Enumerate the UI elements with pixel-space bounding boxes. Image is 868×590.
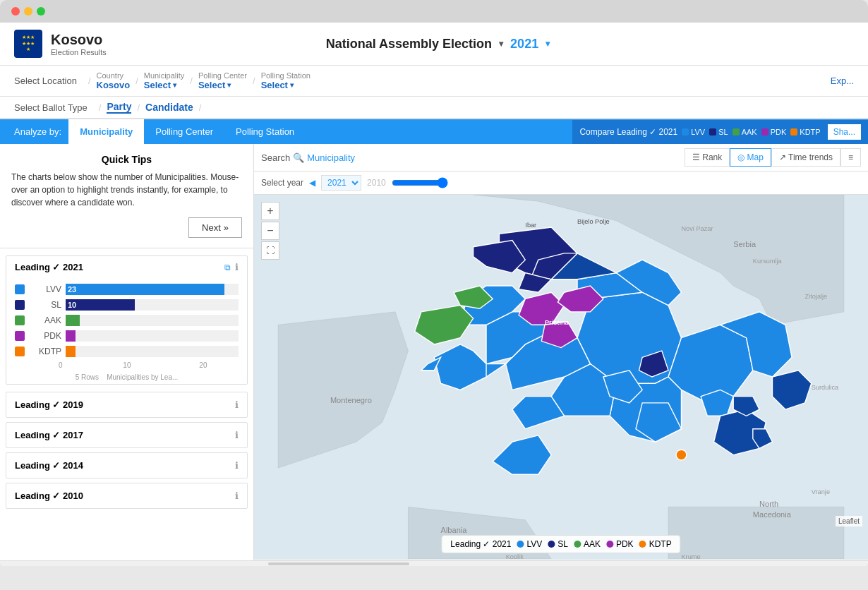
leading-2017-section[interactable]: Leading ✓ 2017 ℹ xyxy=(6,422,248,448)
chart-body-2021: LVV 23 SL 10 xyxy=(6,278,247,372)
polling-station-value[interactable]: Select ▾ xyxy=(261,80,311,90)
info-icon-2010[interactable]: ℹ xyxy=(235,490,239,501)
quick-tips-section: Quick Tips The charts below show the num… xyxy=(0,144,253,248)
chart-footer: 5 Rows Municipalities by Lea... xyxy=(6,372,247,384)
legend-title: Leading ✓ 2021 xyxy=(450,539,511,549)
chart-info-icon[interactable]: ℹ xyxy=(235,262,239,272)
polling-center-selector: Polling Center Select ▾ xyxy=(198,71,247,90)
country-name: Kosovo xyxy=(51,32,107,48)
ballot-candidate[interactable]: Candidate xyxy=(145,102,193,113)
year-prev-arrow[interactable]: ◀ xyxy=(309,178,315,188)
map-view-btn[interactable]: ◎ Map xyxy=(730,148,771,167)
compare-label: Compare Leading ✓ 2021 xyxy=(579,127,677,137)
loc-sep-3: / xyxy=(253,76,255,86)
svg-text:Zitojalje: Zitojalje xyxy=(805,293,828,300)
info-icon-2017[interactable]: ℹ xyxy=(235,430,239,440)
leading-2019-header[interactable]: Leading ✓ 2019 ℹ xyxy=(6,392,247,417)
analyze-label: Analyze by: xyxy=(14,119,61,144)
select-location-label: Select Location xyxy=(14,76,77,86)
ballot-sep-2: / xyxy=(137,102,140,113)
party-sl: SL xyxy=(709,128,728,136)
legend-pdk: PDK xyxy=(606,539,634,549)
pdk-bar xyxy=(66,330,76,342)
legend-kdtp: KDTP xyxy=(639,539,672,549)
search-input[interactable] xyxy=(307,152,392,163)
svg-text:Kursumlja: Kursumlja xyxy=(753,258,783,265)
party-lvv: LVV xyxy=(682,128,705,136)
polling-center-label: Polling Center xyxy=(198,71,247,80)
kdtp-track xyxy=(66,346,239,357)
municipality-value[interactable]: Select ▾ xyxy=(144,80,184,90)
tab-polling-center[interactable]: Polling Center xyxy=(144,119,224,144)
lvv-track: 23 xyxy=(66,284,239,295)
bar-aak: AAK xyxy=(15,315,239,326)
rank-view-btn[interactable]: ☰ Rank xyxy=(685,148,730,167)
bar-sl: SL 10 xyxy=(15,299,239,311)
compare-year: 2010 xyxy=(367,178,386,188)
legend-sl: SL xyxy=(548,539,568,549)
svg-text:Pristina: Pristina xyxy=(545,319,569,326)
next-button[interactable]: Next » xyxy=(188,217,242,238)
sl-label: SL xyxy=(29,300,61,310)
svg-text:Albania: Albania xyxy=(441,526,468,534)
map-legend: Leading ✓ 2021 LVV SL AAK xyxy=(441,535,680,553)
fullscreen-btn[interactable]: ⛶ xyxy=(261,241,279,260)
map-toolbar-right: ☰ Rank ◎ Map ↗ Time trends ≡ xyxy=(685,148,861,167)
leading-2021-section: Leading ✓ 2021 ⧉ ℹ LVV 23 xyxy=(6,255,248,385)
pdk-icon xyxy=(15,331,25,341)
kdtp-dot xyxy=(676,450,687,460)
expand-button[interactable]: Exp... xyxy=(831,76,854,86)
info-icon-2019[interactable]: ℹ xyxy=(235,399,239,410)
minimize-btn[interactable] xyxy=(24,7,32,16)
search-label: Search xyxy=(261,152,290,163)
app-subtitle: Election Results xyxy=(51,48,107,56)
header-left: ★★★★★★★ Kosovo Election Results xyxy=(14,30,107,58)
year-dropdown-arrow[interactable]: ▾ xyxy=(545,39,550,49)
close-btn[interactable] xyxy=(11,7,20,16)
share-button[interactable]: Sha... xyxy=(828,124,861,140)
ballot-party[interactable]: Party xyxy=(107,101,131,114)
next-arrow-icon: » xyxy=(224,222,229,233)
loc-sep-2: / xyxy=(190,76,193,86)
leading-2019-section[interactable]: Leading ✓ 2019 ℹ xyxy=(6,392,248,418)
loc-sep-0: / xyxy=(88,76,91,86)
svg-text:Ibar: Ibar xyxy=(525,222,536,229)
svg-text:Koplik: Koplik xyxy=(506,553,524,559)
leading-2010-header[interactable]: Leading ✓ 2010 ℹ xyxy=(6,483,247,508)
sl-icon xyxy=(15,300,25,310)
legend-aak: AAK xyxy=(574,539,601,549)
map-container[interactable]: Montenegro Serbia North Macedonia Albani… xyxy=(254,195,868,559)
info-icon-2014[interactable]: ℹ xyxy=(235,460,239,471)
aak-track xyxy=(66,315,239,326)
zoom-in-btn[interactable]: + xyxy=(261,202,279,220)
more-btn[interactable]: ≡ xyxy=(840,148,861,167)
kdtp-label: KDTP xyxy=(29,347,61,356)
chart-header-2021[interactable]: Leading ✓ 2021 ⧉ ℹ xyxy=(6,256,247,278)
year-select[interactable]: 2021 2019 2017 2014 2010 xyxy=(321,175,361,191)
leading-2014-section[interactable]: Leading ✓ 2014 ℹ xyxy=(6,452,248,478)
maximize-btn[interactable] xyxy=(37,7,45,16)
country-value[interactable]: Kosovo xyxy=(97,80,131,90)
sl-track: 10 xyxy=(66,299,239,311)
ballot-sep-3: / xyxy=(199,102,202,113)
leading-2010-section[interactable]: Leading ✓ 2010 ℹ xyxy=(6,483,248,509)
chart-title-2021: Leading ✓ 2021 xyxy=(15,262,83,272)
sl-bar: 10 xyxy=(66,299,135,311)
location-bar: Select Location / Country Kosovo / Munic… xyxy=(0,66,868,97)
year-range-slider[interactable] xyxy=(392,177,448,188)
tab-polling-station[interactable]: Polling Station xyxy=(224,119,306,144)
polling-center-value[interactable]: Select ▾ xyxy=(198,80,247,90)
tab-municipality[interactable]: Municipality xyxy=(68,119,144,144)
time-trends-btn[interactable]: ↗ Time trends xyxy=(771,148,840,167)
party-pdk: PDK xyxy=(761,128,787,136)
bar-pdk: PDK xyxy=(15,330,239,342)
svg-text:Novi Pazar: Novi Pazar xyxy=(681,225,713,232)
leading-2017-header[interactable]: Leading ✓ 2017 ℹ xyxy=(6,423,247,447)
zoom-out-btn[interactable]: − xyxy=(261,222,279,240)
leading-2014-header[interactable]: Leading ✓ 2014 ℹ xyxy=(6,453,247,478)
svg-text:Vranje: Vranje xyxy=(812,488,830,495)
left-panel: Quick Tips The charts below show the num… xyxy=(0,144,254,560)
election-dropdown-arrow[interactable]: ▾ xyxy=(499,39,503,49)
map-area: Search 🔍 ☰ Rank ◎ Map ↗ Time trends ≡ Se… xyxy=(254,144,868,560)
chart-copy-icon[interactable]: ⧉ xyxy=(224,263,231,272)
